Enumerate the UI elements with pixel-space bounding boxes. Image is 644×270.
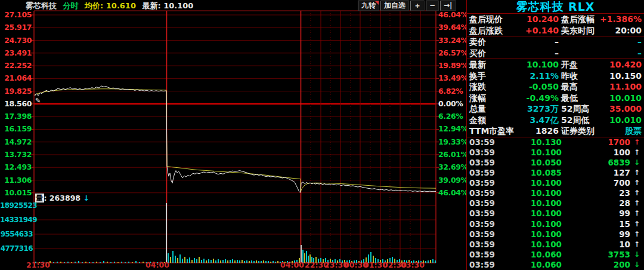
percent-axis-label: 39.64% [438,24,468,31]
trade-time: 03:59 [469,198,505,208]
field-label: 52周低 [561,115,589,126]
trade-price: 10.050 [505,158,562,168]
volume-bar [82,262,83,263]
trade-time: 03:59 [469,158,505,168]
volume-bar [270,262,271,263]
chart-mode-label: 分时 [63,1,79,10]
percent-axis-label: 19.89% [438,62,468,69]
trade-volume: 1700 [562,137,632,148]
time-axis-label: 21:30 [26,260,50,269]
volume-bar [71,262,72,263]
zoom-in-button[interactable]: ＋ [410,1,425,11]
trade-price: 10.085 [505,168,562,178]
percent-axis-label: 46.04% [438,11,468,19]
field-value: – [555,48,559,59]
volume-bar [244,261,245,263]
trade-price: 10.100 [505,148,562,158]
volume-bar [53,262,54,263]
field-value: 35.000 [609,103,642,115]
nine-turn-flag-icon [375,1,379,5]
price-axis-label: 21.064 [0,75,32,82]
percent-axis-label: 0.00% [438,100,463,108]
volume-bar [234,260,236,263]
quote-row: 总量3273万52周高35.000 [467,103,644,115]
trade-row: 03:5910.10010↑ [467,240,644,250]
field-value: 10.010 [609,93,642,104]
field-value: 1826 [535,125,559,137]
trade-volume: 23 [562,188,632,198]
volume-axis-label: 9554633 [0,231,33,238]
volume-bar [103,261,104,263]
price-axis-label: 23.491 [0,50,32,57]
volume-bar [222,260,224,263]
up-arrow-icon: ↑ [632,148,642,158]
field-value: – [555,36,559,48]
volume-bar [139,262,140,263]
trade-volume: 700 [562,178,632,188]
volume-bar [196,259,197,263]
price-axis-label: 18.560 [0,100,32,108]
quote-row: 涨跌-0.050最高11.100 [467,81,644,93]
volume-bar [242,260,243,263]
volume-bar [201,260,202,263]
quote-row: TTM市盈率1826证券类别股票 [467,125,644,137]
field-value: -0.050 [529,81,559,93]
volume-bar [57,262,58,263]
nine-turn-button[interactable]: 九转 [358,1,379,11]
volume-bar [143,262,144,263]
trade-volume: 99 [562,208,632,219]
field-label: 开盘 [561,59,578,70]
add-watchlist-button[interactable]: 加自选 [380,1,409,11]
trade-row: 03:5910.10015↑ [467,219,644,229]
volume-bar [132,262,133,263]
volume-bar [215,260,216,263]
volume-bar [114,262,115,263]
price-axis-label: 27.105 [0,11,32,19]
volume-bar [213,259,214,263]
trade-volume: 127 [562,168,632,178]
field-value: 10.010 [609,115,642,126]
quote-row: 金额3.47亿52周低10.010 [467,115,644,126]
field-value: 10.240 [527,14,559,25]
quote-panel: 雾芯科技 RLX 盘后现价10.240盘后涨幅+1.386%盘后涨跌+0.140… [466,0,644,270]
volume-bar [273,261,274,263]
field-label: 昨收 [561,70,578,82]
trade-row: 03:5910.0603753↓ [467,250,644,260]
field-label: 美东时间 [561,25,595,36]
volume-bar [239,260,240,263]
timeshare-chart-canvas[interactable] [0,0,466,270]
quote-row: 换手2.11%昨收10.150 [467,70,644,82]
field-label: TTM市盈率 [469,125,514,137]
volume-bar [75,262,76,263]
field-value: – [637,48,642,59]
percent-axis-label: 26.01% [438,151,468,158]
jump-to-latest-button[interactable]: →| [440,1,456,11]
price-axis-label: 22.252 [0,62,32,69]
volume-bar [166,203,167,263]
price-axis-label: 17.398 [0,113,32,120]
trade-time: 03:59 [469,188,505,198]
trade-time: 03:59 [469,208,505,219]
quote-row: 买价–– [467,48,644,60]
up-arrow-icon: ↑ [632,188,642,198]
trade-row: 03:5910.085127↑ [467,168,644,178]
volume-bar [128,262,129,263]
field-label: 买价 [469,48,486,59]
volume-bar [170,257,171,263]
time-and-sales-list[interactable]: 03:5910.1301700↑03:5910.100100↑03:5910.0… [467,137,644,270]
trade-price: 10.100 [505,188,562,198]
trade-time: 03:59 [469,148,505,158]
percent-axis-label: 26.57% [438,50,468,57]
up-arrow-icon: ↑ [632,198,642,208]
volume-bar [85,262,86,263]
zoom-out-button[interactable]: − [426,1,439,11]
time-axis-label: 04:00 [145,260,169,269]
volume-bar [218,259,219,263]
trade-volume: 99 [562,229,632,240]
trade-row: 03:5910.10099↑ [467,229,644,240]
quote-row: 盘后涨跌+0.140美东时间20:00 [467,25,644,37]
trade-price: 10.100 [505,198,562,208]
trade-volume: 6839 [562,158,632,168]
trade-volume: 15 [562,219,632,229]
field-value: 10.420 [609,59,642,70]
